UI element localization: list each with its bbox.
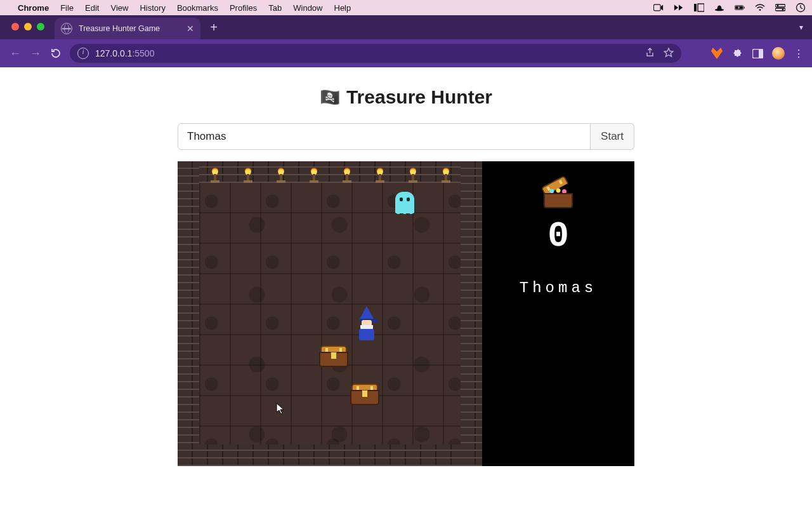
svg-rect-2 bbox=[698, 4, 704, 11]
tab-close-icon[interactable]: ✕ bbox=[187, 23, 194, 34]
enemy-ghost bbox=[395, 192, 414, 213]
wifi-icon[interactable] bbox=[755, 3, 765, 12]
control-center-icon[interactable] bbox=[775, 3, 785, 12]
treasure-chest[interactable] bbox=[319, 345, 348, 367]
dungeon-wall-left bbox=[178, 161, 199, 466]
window-minimize-icon[interactable] bbox=[24, 23, 32, 30]
pirate-flag-icon: 🏴‍☠️ bbox=[320, 88, 340, 107]
profile-avatar[interactable] bbox=[772, 47, 785, 60]
hat-icon[interactable] bbox=[714, 3, 724, 12]
menu-history[interactable]: History bbox=[140, 3, 165, 13]
menu-help[interactable]: Help bbox=[334, 3, 351, 13]
hud-score: 0 bbox=[547, 218, 569, 254]
dungeon-wall-bottom bbox=[178, 444, 482, 466]
svg-rect-14 bbox=[759, 49, 763, 58]
bookmark-star-icon[interactable] bbox=[664, 48, 674, 60]
new-tab-button[interactable]: + bbox=[204, 20, 223, 35]
dungeon-board[interactable] bbox=[178, 161, 482, 466]
game-hud: 0 Thomas bbox=[482, 161, 634, 466]
chrome-tab-strip: Treasure Hunter Game ✕ + ▾ bbox=[0, 15, 812, 39]
player-name-input[interactable] bbox=[178, 123, 591, 150]
menu-window[interactable]: Window bbox=[293, 3, 322, 13]
hud-treasure-icon bbox=[544, 187, 573, 208]
share-icon[interactable] bbox=[645, 48, 655, 60]
tab-title: Treasure Hunter Game bbox=[79, 24, 160, 33]
screen-record-icon[interactable] bbox=[653, 3, 664, 12]
side-panel-icon[interactable] bbox=[752, 48, 763, 59]
dungeon-floor bbox=[199, 183, 461, 444]
battery-icon[interactable] bbox=[735, 3, 745, 12]
hud-player-name: Thomas bbox=[520, 279, 597, 297]
menu-view[interactable]: View bbox=[110, 3, 128, 13]
tabs-overflow-icon[interactable]: ▾ bbox=[799, 23, 803, 32]
menu-tab[interactable]: Tab bbox=[268, 3, 282, 13]
macos-menubar: Chrome File Edit View History Bookmarks … bbox=[0, 0, 812, 15]
forward-button[interactable]: → bbox=[29, 47, 42, 60]
globe-favicon-icon bbox=[61, 23, 72, 34]
extension-metamask-icon[interactable] bbox=[711, 48, 723, 59]
svg-point-11 bbox=[782, 9, 784, 11]
fast-forward-icon[interactable] bbox=[674, 3, 684, 12]
omnibox-actions bbox=[645, 48, 674, 60]
dungeon-wall-right bbox=[461, 161, 482, 466]
menubar-app-name[interactable]: Chrome bbox=[18, 3, 49, 13]
svg-point-7 bbox=[759, 9, 761, 11]
chrome-toolbar: ← → 127.0.0.1:5500 ⋮ bbox=[0, 39, 812, 67]
svg-rect-8 bbox=[775, 4, 785, 7]
start-button[interactable]: Start bbox=[591, 123, 634, 150]
game-controls: Start bbox=[178, 123, 634, 150]
player-wizard[interactable] bbox=[354, 306, 379, 340]
url-text: 127.0.0.1:5500 bbox=[95, 48, 154, 58]
svg-rect-10 bbox=[775, 8, 785, 11]
menu-file[interactable]: File bbox=[60, 3, 74, 13]
stage-manager-icon[interactable] bbox=[694, 3, 704, 12]
clock-icon[interactable] bbox=[796, 3, 806, 12]
page-body: 🏴‍☠️ Treasure Hunter Start bbox=[0, 67, 812, 508]
treasure-chest[interactable] bbox=[350, 384, 379, 405]
site-info-icon[interactable] bbox=[77, 48, 89, 59]
menu-edit[interactable]: Edit bbox=[85, 3, 99, 13]
menu-bookmarks[interactable]: Bookmarks bbox=[177, 3, 218, 13]
page-title: 🏴‍☠️ Treasure Hunter bbox=[320, 86, 492, 108]
reload-button[interactable] bbox=[49, 48, 62, 59]
back-button[interactable]: ← bbox=[9, 47, 22, 60]
extensions-puzzle-icon[interactable] bbox=[731, 48, 743, 59]
svg-rect-0 bbox=[653, 4, 660, 11]
address-bar[interactable]: 127.0.0.1:5500 bbox=[70, 44, 681, 63]
game-canvas-area[interactable]: 0 Thomas bbox=[178, 161, 634, 466]
svg-point-9 bbox=[777, 5, 779, 7]
window-zoom-icon[interactable] bbox=[37, 23, 44, 30]
dungeon-wall-top bbox=[178, 161, 482, 183]
svg-rect-6 bbox=[743, 6, 744, 8]
menu-profiles[interactable]: Profiles bbox=[230, 3, 257, 13]
svg-rect-1 bbox=[694, 4, 697, 11]
window-close-icon[interactable] bbox=[11, 23, 19, 30]
browser-tab[interactable]: Treasure Hunter Game ✕ bbox=[55, 18, 200, 39]
chrome-menu-icon[interactable]: ⋮ bbox=[794, 48, 803, 60]
window-traffic-lights[interactable] bbox=[11, 23, 44, 30]
